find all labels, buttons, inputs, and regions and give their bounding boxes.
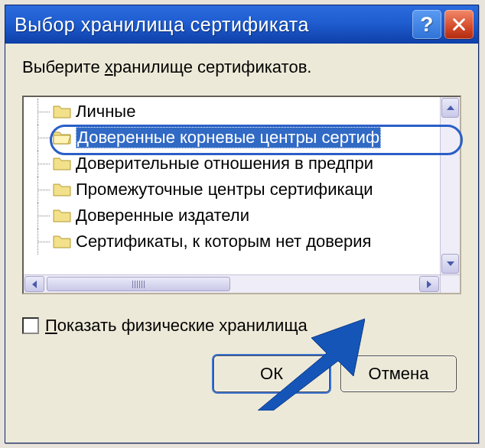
- checkbox-label: Показать физические хранилища: [45, 316, 308, 336]
- scroll-track[interactable]: [45, 275, 418, 293]
- window-title: Выбор хранилища сертификата: [15, 14, 412, 36]
- dialog-window: Выбор хранилища сертификата ? Выберите х…: [5, 5, 479, 443]
- close-icon: [451, 16, 467, 33]
- scroll-up-button[interactable]: [441, 98, 459, 118]
- folder-icon: [53, 182, 71, 197]
- vertical-scrollbar[interactable]: [440, 97, 460, 274]
- scroll-left-button[interactable]: [24, 276, 44, 292]
- titlebar[interactable]: Выбор хранилища сертификата ?: [5, 5, 478, 44]
- scrollbar-corner: [440, 274, 460, 293]
- tree-row[interactable]: Доверенные корневые центры сертиф: [24, 125, 460, 151]
- ok-button[interactable]: ОК: [213, 355, 330, 392]
- scroll-thumb[interactable]: [47, 277, 230, 291]
- folder-icon: [53, 234, 71, 249]
- tree-row[interactable]: Доверенные издатели: [24, 203, 460, 229]
- tree-row[interactable]: Промежуточные центры сертификаци: [24, 177, 460, 203]
- button-label: Отмена: [369, 364, 429, 384]
- grip-icon: [132, 281, 145, 288]
- button-row: ОК Отмена: [22, 355, 461, 392]
- show-physical-stores-checkbox-row[interactable]: Показать физические хранилища: [22, 316, 461, 336]
- instruction-text: Выберите хранилище сертификатов.: [22, 57, 461, 77]
- folder-open-icon: [53, 130, 71, 145]
- cancel-button[interactable]: Отмена: [340, 355, 457, 392]
- scroll-down-button[interactable]: [441, 254, 459, 274]
- help-icon: ?: [420, 12, 434, 37]
- tree-label: Промежуточные центры сертификаци: [76, 180, 373, 200]
- titlebar-buttons: ?: [412, 10, 474, 39]
- tree-label: Личные: [76, 102, 135, 122]
- tree-row[interactable]: Личные: [24, 99, 460, 125]
- folder-icon: [53, 156, 71, 171]
- certificate-store-tree[interactable]: Личные Доверенные корневые центры сертиф…: [22, 96, 461, 294]
- scroll-right-button[interactable]: [419, 276, 439, 292]
- tree-label: Доверенные корневые центры сертиф: [76, 127, 381, 148]
- folder-icon: [53, 104, 71, 119]
- tree-row[interactable]: Сертификаты, к которым нет доверия: [24, 229, 460, 255]
- tree-row[interactable]: Доверительные отношения в предпри: [24, 151, 460, 177]
- help-button[interactable]: ?: [412, 10, 441, 39]
- close-button[interactable]: [444, 10, 474, 39]
- tree-view[interactable]: Личные Доверенные корневые центры сертиф…: [24, 97, 460, 293]
- folder-icon: [53, 208, 71, 223]
- tree-label: Доверенные издатели: [76, 206, 249, 226]
- button-label: ОК: [260, 364, 283, 384]
- checkbox[interactable]: [22, 317, 39, 334]
- tree-label: Доверительные отношения в предпри: [76, 154, 373, 174]
- dialog-body: Выберите хранилище сертификатов. Личные …: [5, 44, 478, 443]
- scroll-track[interactable]: [441, 118, 460, 253]
- tree-label: Сертификаты, к которым нет доверия: [76, 232, 371, 252]
- horizontal-scrollbar[interactable]: [24, 274, 440, 293]
